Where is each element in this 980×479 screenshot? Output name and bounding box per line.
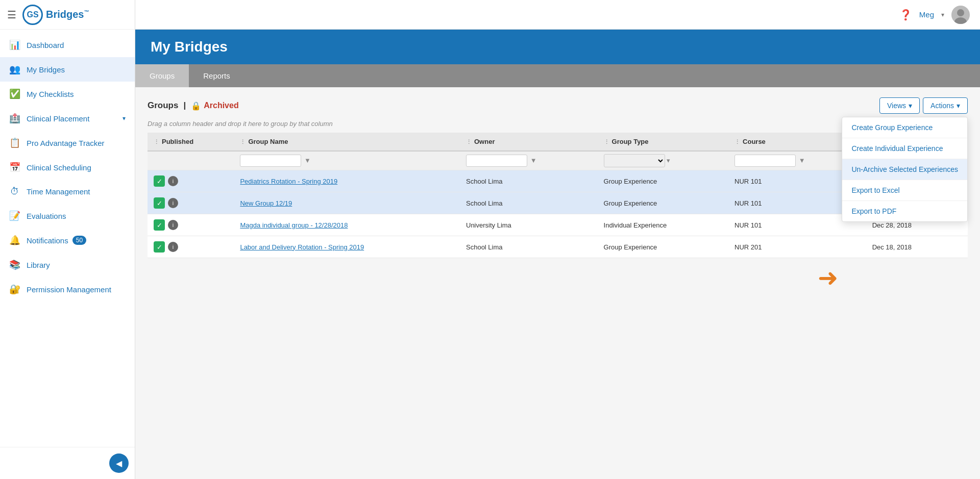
permission-management-icon: 🔐 xyxy=(9,284,20,295)
sidebar-toggle-button[interactable]: ◀ xyxy=(109,453,129,473)
sidebar-item-label: Library xyxy=(27,261,50,269)
help-icon[interactable]: ❓ xyxy=(899,9,912,21)
logo-circle: GS xyxy=(22,5,43,25)
group-name-link[interactable]: New Group 12/19 xyxy=(240,199,292,207)
sidebar-item-clinical-placement[interactable]: 🏥 Clinical Placement ▾ xyxy=(0,106,135,131)
actions-chevron-icon: ▾ xyxy=(957,102,960,110)
sidebar-item-label: My Bridges xyxy=(27,65,65,74)
check-icon: ✓ xyxy=(154,219,165,231)
info-icon[interactable]: i xyxy=(168,198,178,208)
filter-group-name-input[interactable] xyxy=(240,155,301,167)
sidebar-item-notifications[interactable]: 🔔 Notifications 50 xyxy=(0,228,135,253)
groups-label: Groups xyxy=(148,100,178,111)
group-name-link[interactable]: Magda individual group - 12/28/2018 xyxy=(240,221,348,229)
filter-icon: ▼ xyxy=(799,157,805,164)
user-name[interactable]: Meg xyxy=(919,10,934,19)
sidebar-item-my-bridges[interactable]: 👥 My Bridges xyxy=(0,57,135,82)
filter-group-name-cell: ▼ xyxy=(234,151,460,170)
avatar[interactable] xyxy=(951,6,970,24)
rotation-start-cell: Dec 18, 2018 xyxy=(866,236,968,258)
group-name-cell: New Group 12/19 xyxy=(234,192,460,214)
svg-point-1 xyxy=(957,9,964,16)
group-type-cell: Individual Experience xyxy=(598,214,729,236)
logo-tm: ™ xyxy=(84,9,89,15)
published-cell: ✓ i xyxy=(148,214,234,236)
time-management-icon: ⏱ xyxy=(9,186,20,197)
groups-separator: | xyxy=(183,100,186,111)
page-header: My Bridges xyxy=(135,30,980,64)
tab-groups[interactable]: Groups xyxy=(135,64,189,87)
actions-button[interactable]: Actions ▾ xyxy=(923,97,968,114)
archived-badge: 🔒 Archived xyxy=(191,101,238,111)
filter-dropdown-icon: ▾ xyxy=(667,157,670,164)
col-handle-icon: ⋮ xyxy=(466,139,472,145)
avatar-image xyxy=(951,6,970,24)
sidebar: ☰ GS Bridges™ 📊 Dashboard 👥 My Bridges ✅… xyxy=(0,0,135,479)
published-cell: ✓ i xyxy=(148,192,234,214)
library-icon: 📚 xyxy=(9,259,20,270)
dropdown-item-un-archive[interactable]: Un-Archive Selected Experiences xyxy=(842,159,967,180)
notifications-badge: 50 xyxy=(72,236,86,245)
sidebar-item-label: My Checklists xyxy=(27,90,74,98)
dropdown-item-create-individual-experience[interactable]: Create Individual Experience xyxy=(842,138,967,159)
cell-icons: ✓ i xyxy=(154,241,228,253)
col-handle-icon: ⋮ xyxy=(734,139,740,145)
page-title: My Bridges xyxy=(151,39,965,55)
evaluations-icon: 📝 xyxy=(9,210,20,221)
filter-group-type-select[interactable]: Group Experience Individual Experience xyxy=(604,154,665,167)
owner-cell: School Lima xyxy=(460,192,598,214)
dashboard-icon: 📊 xyxy=(9,39,20,51)
tab-reports[interactable]: Reports xyxy=(189,64,244,87)
owner-cell: School Lima xyxy=(460,236,598,258)
sidebar-item-time-management[interactable]: ⏱ Time Management xyxy=(0,180,135,204)
chevron-down-icon: ▾ xyxy=(122,115,126,122)
hamburger-icon[interactable]: ☰ xyxy=(7,9,16,21)
group-type-cell: Group Experience xyxy=(598,192,729,214)
sidebar-item-library[interactable]: 📚 Library xyxy=(0,253,135,277)
tabs-bar: Groups Reports xyxy=(135,64,980,87)
dropdown-item-export-excel[interactable]: Export to Excel xyxy=(842,180,967,201)
sidebar-item-label: Notifications xyxy=(27,236,68,245)
lock-icon: 🔒 xyxy=(191,101,201,111)
check-icon: ✓ xyxy=(154,197,165,209)
cell-icons: ✓ i xyxy=(154,175,228,187)
sidebar-item-clinical-scheduling[interactable]: 📅 Clinical Scheduling xyxy=(0,155,135,180)
sidebar-item-pro-advantage-tracker[interactable]: 📋 Pro Advantage Tracker xyxy=(0,131,135,155)
owner-cell: University Lima xyxy=(460,214,598,236)
col-group-type[interactable]: ⋮Group Type xyxy=(598,133,729,151)
actions-dropdown-menu: Create Group Experience Create Individua… xyxy=(842,117,968,222)
sidebar-item-my-checklists[interactable]: ✅ My Checklists xyxy=(0,82,135,106)
group-name-link[interactable]: Pediatrics Rotation - Spring 2019 xyxy=(240,178,337,185)
col-owner[interactable]: ⋮Owner xyxy=(460,133,598,151)
filter-course-input[interactable] xyxy=(734,155,796,167)
group-name-link[interactable]: Labor and Delivery Rotation - Spring 201… xyxy=(240,243,364,251)
info-icon[interactable]: i xyxy=(168,220,178,230)
published-cell: ✓ i xyxy=(148,170,234,192)
published-cell: ✓ i xyxy=(148,236,234,258)
cell-icons: ✓ i xyxy=(154,197,228,209)
info-icon[interactable]: i xyxy=(168,176,178,186)
check-icon: ✓ xyxy=(154,175,165,187)
views-button[interactable]: Views ▾ xyxy=(879,97,920,114)
sidebar-item-label: Permission Management xyxy=(27,285,111,294)
sidebar-item-label: Dashboard xyxy=(27,41,64,49)
sidebar-bottom: ◀ xyxy=(0,447,135,479)
my-checklists-icon: ✅ xyxy=(9,88,20,99)
info-icon[interactable]: i xyxy=(168,242,178,252)
dropdown-item-create-group-experience[interactable]: Create Group Experience xyxy=(842,117,967,138)
sidebar-item-permission-management[interactable]: 🔐 Permission Management xyxy=(0,277,135,301)
table-row: ✓ i Labor and Delivery Rotation - Spring… xyxy=(148,236,968,258)
col-published[interactable]: ⋮Published xyxy=(148,133,234,151)
sidebar-item-dashboard[interactable]: 📊 Dashboard xyxy=(0,33,135,57)
filter-owner-cell: ▼ xyxy=(460,151,598,170)
dropdown-item-export-pdf[interactable]: Export to PDF xyxy=(842,201,967,221)
filter-owner-input[interactable] xyxy=(466,155,527,167)
col-handle-icon: ⋮ xyxy=(604,139,609,145)
tab-reports-label: Reports xyxy=(203,71,230,80)
sidebar-item-evaluations[interactable]: 📝 Evaluations xyxy=(0,204,135,228)
actions-label: Actions xyxy=(930,102,954,110)
col-group-name[interactable]: ⋮Group Name xyxy=(234,133,460,151)
sidebar-nav: 📊 Dashboard 👥 My Bridges ✅ My Checklists… xyxy=(0,30,135,447)
groups-header: Groups | 🔒 Archived Views ▾ Actions ▾ xyxy=(148,97,968,114)
views-label: Views xyxy=(887,102,906,110)
